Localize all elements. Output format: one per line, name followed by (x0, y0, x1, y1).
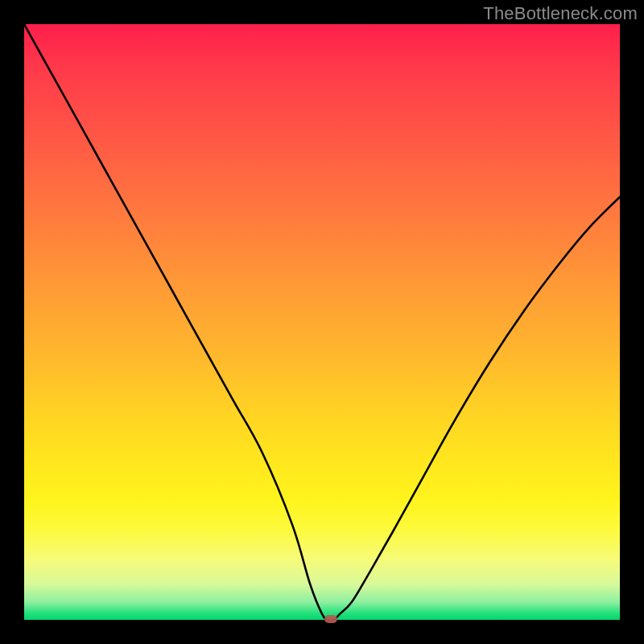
chart-frame: TheBottleneck.com (0, 0, 644, 644)
bottleneck-curve (24, 24, 620, 620)
minimum-marker (324, 615, 337, 623)
bottleneck-curve-svg (24, 24, 620, 620)
watermark-text: TheBottleneck.com (483, 3, 638, 24)
plot-area (24, 24, 620, 620)
